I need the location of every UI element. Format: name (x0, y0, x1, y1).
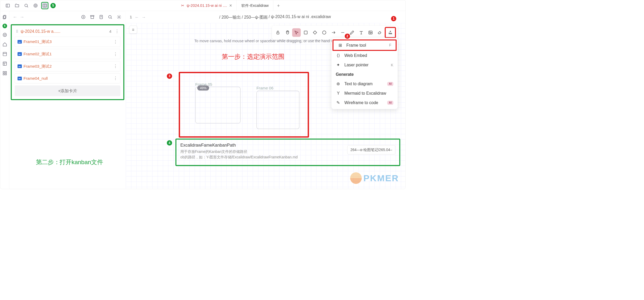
note-icon[interactable] (98, 14, 104, 20)
frame-icon: ⊞ (338, 43, 343, 47)
close-icon[interactable]: × (229, 3, 232, 8)
left-rail: 6 (0, 11, 9, 189)
main-area: 1 ← → / 200—输出 / 250—ψ-图画 / ψ-2024.01.15… (126, 11, 405, 189)
image-icon[interactable] (366, 28, 375, 37)
svg-rect-33 (304, 31, 307, 34)
frame-06[interactable] (256, 91, 299, 129)
panel-left-icon[interactable] (4, 2, 12, 9)
rectangle-icon[interactable] (301, 28, 310, 37)
svg-point-29 (109, 15, 111, 18)
text-icon[interactable] (357, 28, 366, 37)
laser-icon: ✦ (336, 63, 341, 67)
more-icon[interactable]: ⋮ (113, 51, 118, 57)
forward-icon: ▸▸ (18, 65, 22, 68)
files-icon[interactable] (2, 14, 8, 20)
svg-point-31 (118, 17, 119, 18)
frame-05[interactable] (195, 87, 241, 124)
layout-icon[interactable] (2, 51, 8, 57)
target-icon[interactable] (32, 2, 39, 9)
setting-panel: ExcalidrawFameKanbanPath 用于存放Frame的Kanba… (175, 139, 400, 166)
menu-wireframe[interactable]: ✎Wireframe to codeAI (331, 98, 398, 108)
more-tools-icon[interactable] (386, 28, 395, 37)
smile-icon[interactable] (2, 32, 8, 38)
svg-rect-0 (6, 4, 9, 7)
kanban-title: ψ-2024.01.15-w a...... (21, 29, 107, 34)
svg-point-4 (34, 4, 37, 7)
layout2-icon[interactable] (2, 61, 8, 67)
canvas-hint: To move canvas, hold mouse wheel or spac… (194, 39, 337, 43)
svg-point-5 (35, 5, 36, 6)
hamburger-icon[interactable]: ☰ (129, 26, 137, 34)
menu-frame-tool[interactable]: ⊞Frame toolF (332, 40, 397, 51)
new-tab-button[interactable]: + (273, 0, 283, 11)
svg-rect-40 (389, 33, 390, 34)
nav-back-icon[interactable]: ← (13, 14, 18, 20)
kanban-icon[interactable] (41, 2, 49, 9)
excalidraw-canvas[interactable]: ☰ 1 (126, 23, 405, 189)
diamond-icon[interactable] (311, 28, 319, 37)
eraser-icon[interactable] (376, 28, 384, 37)
kanban-card[interactable]: ▸▸Frame04_null⋮ (15, 73, 120, 83)
drag-handle-icon[interactable]: ⠿ (16, 29, 18, 34)
forward-icon: ▸▸ (18, 77, 22, 80)
hand-icon[interactable] (283, 28, 292, 37)
lock-icon[interactable] (274, 28, 282, 37)
excalidraw-toolbar: 1 (272, 26, 398, 40)
tab-active[interactable]: ✂ ψ-2024.01.15-w ai ni .... × (177, 0, 237, 11)
arrow-icon[interactable] (329, 28, 338, 37)
svg-point-34 (323, 31, 326, 34)
add-icon[interactable] (80, 14, 87, 20)
svg-rect-25 (91, 15, 94, 16)
frame-label[interactable]: Frame 06 (256, 86, 273, 90)
kanban-panel: ⠿ ψ-2024.01.15-w a...... 4 ⋮ ▸▸Frame01_测… (11, 24, 124, 100)
setting-desc: 用于存放Frame的Kanban文件的存储路径 (180, 149, 344, 154)
badge-6: 6 (2, 24, 7, 28)
archive-icon[interactable] (89, 14, 96, 20)
svg-rect-32 (277, 32, 279, 34)
history-forward-icon[interactable]: → (142, 14, 146, 20)
search-icon[interactable] (107, 14, 113, 20)
more-icon[interactable]: ⋮ (113, 64, 118, 69)
step2-label: 第二步：打开kanban文件 (36, 158, 103, 166)
svg-rect-13 (3, 52, 6, 56)
badge-1: 1 (391, 16, 396, 21)
selection-icon[interactable] (292, 28, 301, 37)
badge-5: 5 (50, 3, 56, 8)
kanban-card[interactable]: ▸▸Frame01_测试3⋮ (15, 37, 120, 47)
sidebar: ← → ⠿ ψ-2024.01.15-w a...... 4 ⋮ ▸▸Frame… (9, 11, 126, 189)
step1-label: 第一步：选定演示范围 (222, 52, 284, 61)
brain-icon: ⊛ (336, 82, 341, 86)
tools-menu: ⊞Frame toolF ⟨⟩Web Embed ✦Laser pointerK… (331, 38, 398, 109)
tab-other[interactable]: 软件-Excalidraw (237, 0, 273, 11)
more-icon[interactable]: ⋮ (113, 39, 118, 45)
menu-web-embed[interactable]: ⟨⟩Web Embed (331, 51, 398, 60)
folder-icon[interactable] (13, 2, 21, 9)
home-icon[interactable] (2, 41, 8, 47)
more-icon[interactable]: ⋮ (115, 29, 119, 34)
menu-mermaid[interactable]: YMermaid to Excalidraw (331, 89, 398, 98)
top-bar: 5 ✂ ψ-2024.01.15-w ai ni .... × 软件-Excal… (0, 0, 406, 11)
breadcrumb[interactable]: / 200—输出 / 250—ψ-图画 / ψ-2024.01.15-w ai … (219, 14, 331, 20)
more-icon[interactable]: ⋮ (113, 76, 118, 81)
svg-rect-20 (3, 74, 4, 75)
kanban-card[interactable]: ▸▸Frame03_测试2⋮ (15, 61, 120, 71)
scissors-icon: ✂ (181, 3, 184, 8)
menu-text-to-diagram[interactable]: ⊛Text to diagramAI (331, 79, 398, 89)
setting-desc: ob的路径，如：Y-图形文件存储/Excalidraw/ExcalidrawFr… (180, 154, 344, 160)
badge-3: 3 (167, 73, 172, 79)
tab-label: ψ-2024.01.15-w ai ni .... (187, 3, 227, 8)
tab-label: 软件-Excalidraw (241, 3, 269, 8)
setting-title: ExcalidrawFameKanbanPath (180, 143, 344, 148)
gear-icon[interactable] (116, 14, 122, 20)
svg-rect-18 (3, 71, 4, 73)
menu-laser[interactable]: ✦Laser pointerK (331, 60, 398, 70)
grid-icon[interactable] (2, 70, 8, 76)
kanban-card[interactable]: ▸▸Frame02_测试1⋮ (15, 49, 120, 59)
circle-icon[interactable] (320, 28, 329, 37)
add-card-button[interactable]: +添加卡片 (15, 85, 120, 96)
history-back-icon[interactable]: ← (135, 14, 139, 20)
setting-input[interactable]: 264—α-绘图笔记/265.04– (347, 145, 395, 154)
svg-point-39 (390, 31, 391, 32)
nav-forward-icon[interactable]: → (20, 14, 24, 20)
search-icon[interactable] (23, 2, 30, 9)
